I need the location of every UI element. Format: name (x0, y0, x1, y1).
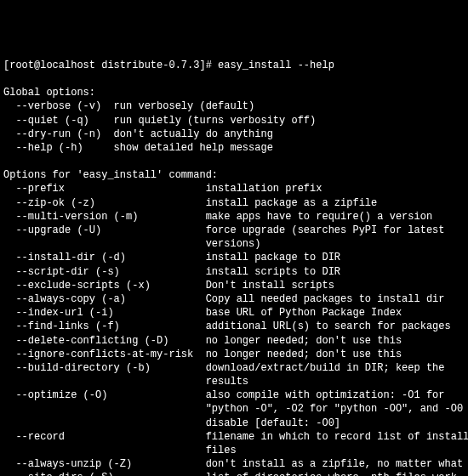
terminal-output: [root@localhost distribute-0.7.3]# easy_… (3, 59, 465, 476)
